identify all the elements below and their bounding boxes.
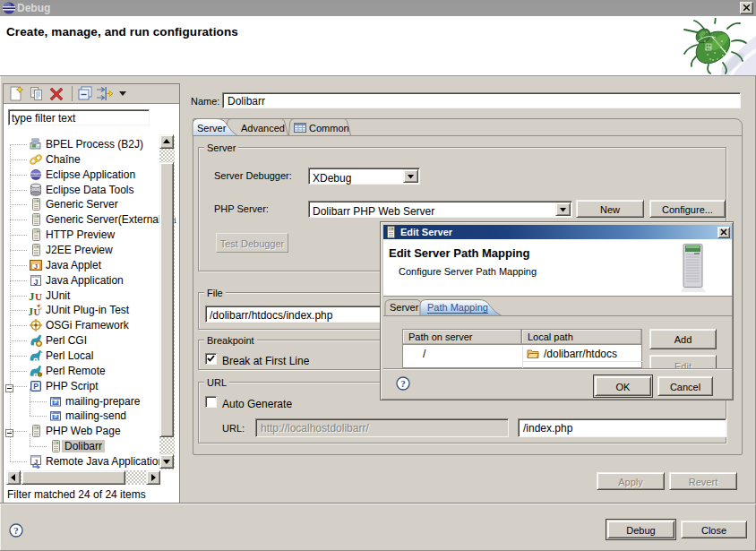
svg-text:P: P — [54, 400, 57, 405]
svg-text:J: J — [29, 289, 35, 303]
svg-text:P: P — [33, 382, 39, 391]
svg-text:J: J — [34, 263, 38, 270]
svg-text:J: J — [34, 458, 38, 466]
svg-text:?: ? — [13, 525, 19, 536]
svg-text:J: J — [33, 278, 38, 287]
svg-text:?: ? — [400, 378, 406, 389]
svg-text:J: J — [29, 306, 33, 318]
svg-text:P: P — [54, 414, 57, 419]
svg-text:U: U — [35, 291, 42, 302]
